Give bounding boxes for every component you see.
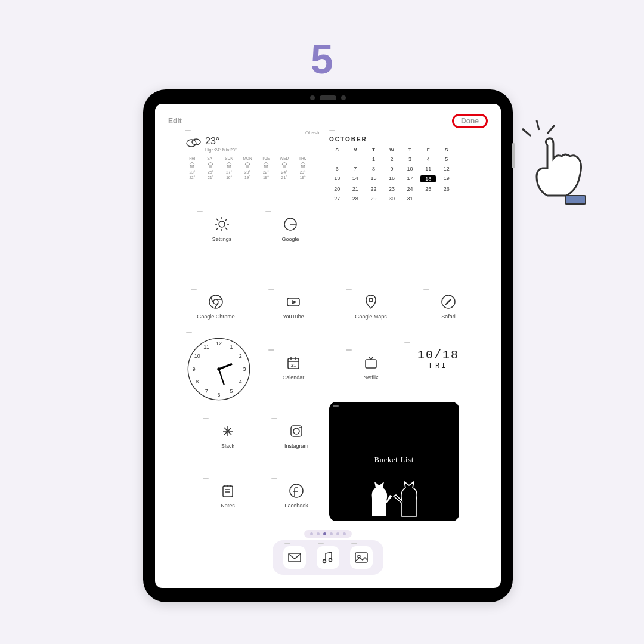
- remove-app-icon[interactable]: [346, 349, 352, 351]
- remove-app-icon[interactable]: [203, 478, 209, 479]
- remove-app-icon[interactable]: [351, 543, 357, 544]
- calendar-day[interactable]: 5: [438, 156, 454, 162]
- app-settings[interactable]: Settings: [198, 216, 246, 242]
- remove-widget-icon[interactable]: [333, 405, 339, 407]
- svg-text:6: 6: [218, 392, 221, 398]
- calendar-day[interactable]: 20: [329, 186, 345, 192]
- app-google-maps[interactable]: Google Maps: [347, 293, 395, 320]
- maps-icon: [363, 293, 379, 310]
- calendar-day[interactable]: 6: [329, 166, 345, 172]
- page-dot[interactable]: [343, 532, 346, 535]
- calendar-dow: S: [438, 147, 454, 153]
- weather-widget[interactable]: 23° High:24° Min:23° FRI23°22°SAT25°21°S…: [185, 136, 310, 180]
- calendar-day[interactable]: 9: [384, 166, 400, 172]
- dock-music[interactable]: [317, 546, 339, 569]
- calendar-day[interactable]: 24: [402, 186, 418, 192]
- remove-app-icon[interactable]: [423, 289, 429, 290]
- cloud-icon: [185, 136, 202, 148]
- app-youtube[interactable]: YouTube: [270, 293, 317, 320]
- calendar-day[interactable]: 11: [420, 166, 436, 172]
- calendar31-icon: 31: [285, 354, 302, 371]
- app-google[interactable]: Google: [267, 216, 314, 242]
- app-notes[interactable]: Notes: [204, 482, 252, 509]
- app-label: Calendar: [270, 374, 317, 380]
- calendar-day[interactable]: 12: [438, 166, 454, 172]
- calendar-day[interactable]: 21: [348, 186, 364, 192]
- calendar-day[interactable]: 29: [366, 196, 382, 202]
- calendar-day[interactable]: 2: [384, 156, 400, 162]
- calendar-day[interactable]: 23: [384, 186, 400, 192]
- date-widget[interactable]: 10/18 FRI: [405, 348, 471, 370]
- calendar-day[interactable]: 30: [384, 196, 400, 202]
- dock-mail[interactable]: [283, 546, 306, 569]
- forecast-day: THU23°19°: [295, 156, 310, 180]
- calendar-day[interactable]: 14: [348, 175, 364, 182]
- cats-icon: [349, 470, 439, 518]
- page-dot[interactable]: [317, 532, 320, 535]
- remove-app-icon[interactable]: [197, 211, 203, 212]
- clock-widget[interactable]: 1212 345 678 91011: [186, 336, 252, 402]
- app-netflix[interactable]: Netflix: [347, 354, 395, 380]
- bucket-title: Bucket List: [329, 456, 459, 465]
- page-dot[interactable]: [310, 532, 313, 535]
- done-button[interactable]: Done: [461, 117, 479, 125]
- app-label: Google Maps: [347, 314, 395, 320]
- calendar-day[interactable]: 22: [366, 186, 382, 192]
- page-dot[interactable]: [330, 532, 333, 535]
- calendar-day[interactable]: 27: [329, 196, 345, 202]
- svg-text:2: 2: [239, 353, 242, 359]
- remove-app-icon[interactable]: [203, 418, 209, 419]
- calendar-day[interactable]: 25: [420, 186, 436, 192]
- remove-app-icon[interactable]: [271, 418, 277, 419]
- svg-text:4: 4: [239, 379, 242, 385]
- svg-rect-80: [289, 553, 301, 562]
- calendar-day[interactable]: 18: [420, 175, 436, 182]
- remove-widget-icon[interactable]: [404, 342, 410, 343]
- app-facebook[interactable]: Facebook: [273, 482, 320, 509]
- calendar-day[interactable]: 31: [402, 196, 418, 202]
- app-google-chrome[interactable]: Google Chrome: [192, 293, 240, 320]
- edit-button[interactable]: Edit: [168, 117, 182, 125]
- calendar-day[interactable]: 8: [366, 166, 382, 172]
- dock-photos[interactable]: [350, 546, 373, 569]
- app-calendar[interactable]: 31Calendar: [270, 354, 317, 380]
- calendar-day[interactable]: 17: [402, 175, 418, 182]
- app-slack[interactable]: Slack: [204, 423, 252, 449]
- calendar-day[interactable]: 19: [438, 175, 454, 182]
- calendar-day[interactable]: 26: [438, 186, 454, 192]
- calendar-day[interactable]: 3: [402, 156, 418, 162]
- page-indicator[interactable]: [304, 530, 352, 538]
- calendar-day[interactable]: 4: [420, 156, 436, 162]
- calendar-day[interactable]: 15: [366, 175, 382, 182]
- calendar-day[interactable]: 13: [329, 175, 345, 182]
- page-dot[interactable]: [323, 532, 326, 535]
- svg-text:9: 9: [193, 366, 196, 372]
- remove-widget-icon[interactable]: [329, 130, 335, 131]
- app-safari[interactable]: Safari: [425, 293, 472, 320]
- calendar-day[interactable]: 10: [402, 166, 418, 172]
- remove-app-icon[interactable]: [265, 211, 271, 212]
- calendar-day[interactable]: 28: [348, 196, 364, 202]
- forecast-day: WED24°21°: [277, 156, 292, 180]
- remove-app-icon[interactable]: [191, 289, 197, 290]
- remove-app-icon[interactable]: [346, 289, 352, 290]
- svg-text:12: 12: [216, 340, 222, 346]
- remove-widget-icon[interactable]: [186, 332, 192, 333]
- calendar-day[interactable]: 16: [384, 175, 400, 182]
- app-instagram[interactable]: Instagram: [273, 423, 320, 449]
- remove-widget-icon[interactable]: [185, 130, 191, 131]
- remove-app-icon[interactable]: [271, 478, 277, 479]
- bucket-list-widget[interactable]: Bucket List: [329, 402, 459, 521]
- remove-app-icon[interactable]: [318, 543, 324, 544]
- chrome-icon: [208, 293, 224, 310]
- app-label: Google: [267, 236, 314, 242]
- app-label: Instagram: [273, 443, 320, 449]
- remove-app-icon[interactable]: [268, 289, 274, 290]
- calendar-widget[interactable]: OCTOBER SMTWTFS1234567891011121314151617…: [329, 136, 454, 202]
- app-label: Netflix: [347, 374, 395, 380]
- calendar-day[interactable]: 1: [366, 156, 382, 162]
- page-dot[interactable]: [336, 532, 339, 535]
- remove-app-icon[interactable]: [284, 543, 290, 544]
- remove-app-icon[interactable]: [268, 349, 274, 351]
- calendar-day[interactable]: 7: [348, 166, 364, 172]
